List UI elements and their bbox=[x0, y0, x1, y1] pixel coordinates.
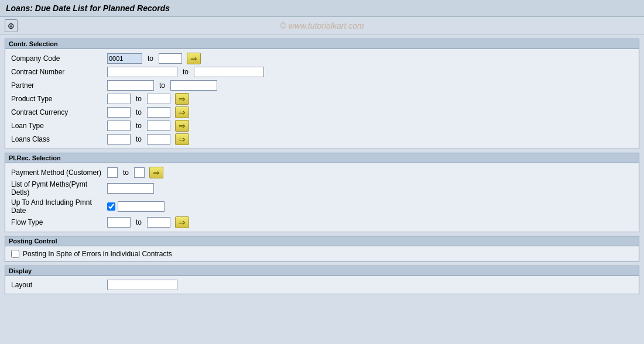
company-code-label: Company Code bbox=[11, 54, 105, 63]
layout-input[interactable] bbox=[107, 280, 177, 290]
partner-to[interactable] bbox=[170, 80, 217, 91]
payment-method-to[interactable] bbox=[134, 167, 145, 178]
loan-type-label: Loan Type bbox=[11, 122, 105, 130]
to-label-3: to bbox=[156, 81, 168, 90]
contract-currency-from[interactable] bbox=[107, 107, 131, 118]
contract-number-row: Contract Number to bbox=[11, 66, 633, 78]
pmnt-date-label: Up To And Including Pmnt Date bbox=[11, 198, 105, 215]
payment-method-label: Payment Method (Customer) bbox=[11, 168, 105, 177]
contract-number-from[interactable] bbox=[107, 67, 177, 77]
flow-type-to[interactable] bbox=[147, 217, 170, 228]
flow-type-row: Flow Type to ⇒ bbox=[11, 216, 633, 228]
to-label-1: to bbox=[145, 54, 156, 63]
contr-selection-section: Contr. Selection Company Code to ⇒ Contr… bbox=[5, 39, 639, 149]
payment-method-arrow[interactable]: ⇒ bbox=[149, 167, 163, 178]
plrec-selection-section: Pl.Rec. Selection Payment Method (Custom… bbox=[5, 153, 639, 232]
posting-control-body: Posting In Spite of Errors in Individual… bbox=[5, 246, 639, 262]
contract-currency-arrow[interactable]: ⇒ bbox=[175, 106, 189, 118]
posting-control-section: Posting Control Posting In Spite of Erro… bbox=[5, 236, 639, 262]
contract-number-label: Contract Number bbox=[11, 68, 105, 76]
partner-label: Partner bbox=[11, 81, 105, 90]
posting-errors-label: Posting In Spite of Errors in Individual… bbox=[23, 250, 172, 258]
display-section: Display Layout bbox=[5, 266, 639, 294]
watermark: © www.tutorialkart.com bbox=[280, 21, 364, 30]
partner-row: Partner to bbox=[11, 80, 633, 91]
pmnt-date-input[interactable] bbox=[118, 201, 165, 212]
payment-method-from[interactable] bbox=[107, 167, 118, 178]
plrec-selection-header: Pl.Rec. Selection bbox=[5, 153, 639, 163]
loans-class-from[interactable] bbox=[107, 134, 131, 145]
to-label-7: to bbox=[133, 135, 145, 143]
company-code-to[interactable] bbox=[159, 53, 182, 64]
loans-class-to[interactable] bbox=[147, 134, 170, 145]
loans-class-label: Loans Class bbox=[11, 135, 105, 143]
display-body: Layout bbox=[5, 276, 639, 294]
product-type-arrow[interactable]: ⇒ bbox=[175, 93, 189, 105]
display-header: Display bbox=[5, 266, 639, 276]
to-label-pm: to bbox=[120, 168, 132, 177]
loan-type-to[interactable] bbox=[147, 121, 170, 131]
title-bar: Loans: Due Date List for Planned Records bbox=[0, 0, 644, 17]
product-type-row: Product Type to ⇒ bbox=[11, 93, 633, 105]
flow-type-from[interactable] bbox=[107, 217, 131, 228]
to-label-2: to bbox=[180, 68, 191, 76]
contract-currency-label: Contract Currency bbox=[11, 108, 105, 116]
contract-number-to[interactable] bbox=[194, 67, 264, 77]
contract-currency-row: Contract Currency to ⇒ bbox=[11, 106, 633, 118]
pmnt-date-row: Up To And Including Pmnt Date bbox=[11, 198, 633, 215]
product-type-from[interactable] bbox=[107, 94, 131, 104]
list-pymt-row: List of Pymt Meths(Pymt Detls) bbox=[11, 180, 633, 197]
layout-label: Layout bbox=[11, 281, 105, 289]
loans-class-row: Loans Class to ⇒ bbox=[11, 133, 633, 145]
company-code-arrow[interactable]: ⇒ bbox=[187, 53, 201, 64]
loan-type-row: Loan Type to ⇒ bbox=[11, 120, 633, 132]
to-label-ft: to bbox=[133, 218, 145, 226]
pmnt-date-checkbox[interactable] bbox=[107, 202, 115, 211]
posting-errors-checkbox[interactable] bbox=[11, 250, 19, 258]
contract-currency-to[interactable] bbox=[147, 107, 170, 118]
company-code-row: Company Code to ⇒ bbox=[11, 53, 633, 64]
posting-control-header: Posting Control bbox=[5, 236, 639, 246]
to-label-6: to bbox=[133, 122, 145, 130]
product-type-to[interactable] bbox=[147, 94, 170, 104]
toolbar: ⊕ © www.tutorialkart.com bbox=[0, 17, 644, 35]
list-pymt-input[interactable] bbox=[107, 183, 154, 194]
loan-type-from[interactable] bbox=[107, 121, 131, 131]
loans-class-arrow[interactable]: ⇒ bbox=[175, 133, 189, 145]
to-label-5: to bbox=[133, 108, 145, 116]
back-button[interactable]: ⊕ bbox=[5, 19, 18, 32]
to-label-4: to bbox=[133, 95, 145, 103]
company-code-from[interactable] bbox=[107, 53, 142, 64]
flow-type-label: Flow Type bbox=[11, 218, 105, 226]
product-type-label: Product Type bbox=[11, 95, 105, 103]
payment-method-row: Payment Method (Customer) to ⇒ bbox=[11, 167, 633, 178]
loan-type-arrow[interactable]: ⇒ bbox=[175, 120, 189, 132]
partner-from[interactable] bbox=[107, 80, 154, 91]
flow-type-arrow[interactable]: ⇒ bbox=[175, 216, 189, 228]
list-pymt-label: List of Pymt Meths(Pymt Detls) bbox=[11, 180, 105, 197]
page-title: Loans: Due Date List for Planned Records bbox=[6, 4, 170, 13]
contr-selection-header: Contr. Selection bbox=[5, 39, 639, 49]
